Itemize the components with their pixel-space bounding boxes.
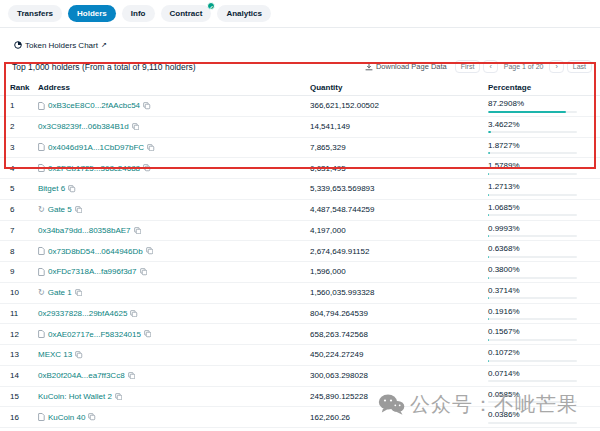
row-percentage-cell: 1.2713%: [488, 182, 600, 196]
copy-address-icon[interactable]: [75, 289, 83, 297]
copy-address-icon[interactable]: [134, 227, 142, 235]
copy-address-icon[interactable]: [132, 123, 140, 131]
percentage-progress-bar: [488, 297, 577, 299]
copy-address-icon[interactable]: [130, 310, 138, 318]
download-label: Download Page Data: [376, 62, 447, 71]
row-percentage: 0.0714%: [488, 369, 577, 378]
row-rank: 4: [10, 164, 38, 173]
copy-address-icon[interactable]: [128, 372, 136, 380]
row-rank: 10: [10, 288, 38, 297]
percentage-progress-bar: [488, 131, 577, 133]
tab-info[interactable]: Info: [122, 5, 155, 22]
contract-file-icon: [38, 413, 45, 421]
row-percentage-cell: 0.3714%: [488, 286, 600, 300]
percentage-progress-fill: [488, 173, 489, 175]
tab-analytics[interactable]: Analytics: [217, 5, 271, 22]
address-link[interactable]: Bitget 6: [38, 184, 65, 193]
address-link[interactable]: 0xFDc7318A...fa996f3d7: [48, 267, 137, 276]
pagination-first-button[interactable]: First: [455, 60, 481, 73]
pagination-prev-button[interactable]: ‹: [483, 60, 497, 73]
copy-address-icon[interactable]: [115, 393, 123, 401]
wechat-icon: [378, 393, 405, 416]
address-link[interactable]: 0x34ba79dd...80358bAE7: [38, 226, 131, 235]
row-quantity: 300,063.298028: [310, 371, 488, 380]
copy-address-icon[interactable]: [143, 164, 151, 172]
address-link[interactable]: 0xB3ceE8C0...2fAAcbc54: [48, 101, 140, 110]
download-page-data-button[interactable]: Download Page Data: [365, 62, 447, 71]
row-address-cell: MEXC 13: [38, 350, 310, 359]
row-percentage: 0.9993%: [488, 224, 577, 233]
address-link[interactable]: Gate 1: [48, 288, 72, 297]
tab-contract[interactable]: Contract✓: [161, 5, 212, 22]
pagination-page-indicator: Page 1 of 20: [501, 61, 547, 72]
contract-file-icon: [38, 330, 45, 338]
download-icon: [365, 63, 373, 71]
address-link[interactable]: MEXC 13: [38, 350, 72, 359]
copy-address-icon[interactable]: [140, 268, 148, 276]
tab-transfers[interactable]: Transfers: [8, 5, 62, 22]
row-address-cell: 0x2FCb1725...368c24688: [38, 164, 310, 173]
row-address-cell: 0xAE02717e...F58324015: [38, 330, 310, 339]
copy-address-icon[interactable]: [88, 413, 96, 421]
address-link[interactable]: 0x2FCb1725...368c24688: [48, 164, 140, 173]
address-link[interactable]: 0x3C98239f...06b384B1d: [38, 122, 129, 131]
row-address-cell: 0xFDc7318A...fa996f3d7: [38, 267, 310, 276]
row-percentage-cell: 1.8727%: [488, 141, 600, 155]
address-link[interactable]: 0xB20f204A...ea7ff3Cc8: [38, 371, 125, 380]
percentage-progress-bar: [488, 214, 577, 216]
contract-file-icon: [38, 143, 45, 151]
table-row: 40x2FCb1725...368c246886,631,4951.5789%: [0, 158, 600, 179]
subheader: Token Holders Chart ↗: [0, 28, 600, 55]
pagination-last-button[interactable]: Last: [567, 60, 592, 73]
contract-file-icon: [38, 268, 45, 276]
row-rank: 7: [10, 226, 38, 235]
external-link-icon: ↗: [101, 41, 107, 49]
table-row: 140xB20f204A...ea7ff3Cc8300,063.2980280.…: [0, 366, 600, 387]
token-holders-chart-link[interactable]: Token Holders Chart ↗: [14, 41, 107, 50]
copy-address-icon[interactable]: [68, 185, 76, 193]
address-link[interactable]: KuCoin: Hot Wallet 2: [38, 392, 112, 401]
row-address-cell: 0xB3ceE8C0...2fAAcbc54: [38, 101, 310, 110]
table-row: 5Bitget 65,339,653.5698931.2713%: [0, 179, 600, 200]
percentage-progress-bar: [488, 173, 577, 175]
copy-address-icon[interactable]: [146, 247, 154, 255]
column-header-address: Address: [38, 83, 310, 92]
row-percentage-cell: 0.9993%: [488, 224, 600, 238]
row-rank: 11: [10, 309, 38, 318]
address-link[interactable]: 0xAE02717e...F58324015: [48, 330, 141, 339]
address-link[interactable]: 0x4046d91A...1CbD97bFC: [48, 143, 144, 152]
copy-address-icon[interactable]: [144, 330, 152, 338]
row-percentage-cell: 0.1916%: [488, 307, 600, 321]
row-percentage-cell: 1.5789%: [488, 161, 600, 175]
address-link[interactable]: 0x29337828...29bfA4625: [38, 309, 127, 318]
address-link[interactable]: Gate 5: [48, 205, 72, 214]
row-quantity: 2,674,649.91152: [310, 247, 488, 256]
contract-file-icon: [38, 247, 45, 255]
controls-row: Top 1,000 holders (From a total of 9,110…: [0, 55, 600, 79]
percentage-progress-bar: [488, 318, 577, 320]
copy-address-icon[interactable]: [143, 102, 151, 110]
exchange-icon: ↻: [38, 289, 45, 297]
row-quantity: 450,224.27249: [310, 350, 488, 359]
percentage-progress-fill: [488, 131, 491, 133]
row-quantity: 1,596,000: [310, 267, 488, 276]
pagination-next-button[interactable]: ›: [549, 60, 563, 73]
address-link[interactable]: 0x73D8bD54...0644946Db: [48, 247, 143, 256]
row-rank: 15: [10, 392, 38, 401]
row-address-cell: 0x73D8bD54...0644946Db: [38, 247, 310, 256]
row-rank: 16: [10, 413, 38, 422]
copy-address-icon[interactable]: [75, 351, 83, 359]
row-percentage-cell: 0.3800%: [488, 265, 600, 279]
percentage-progress-fill: [488, 256, 489, 258]
address-link[interactable]: KuCoin 40: [48, 413, 85, 422]
row-address-cell: Bitget 6: [38, 184, 310, 193]
column-header-quantity: Quantity: [310, 83, 488, 92]
row-address-cell: KuCoin 40: [38, 413, 310, 422]
copy-address-icon[interactable]: [75, 206, 83, 214]
percentage-progress-fill: [488, 214, 489, 216]
copy-address-icon[interactable]: [147, 144, 155, 152]
row-percentage: 3.4622%: [488, 120, 577, 129]
row-percentage-cell: 3.4622%: [488, 120, 600, 134]
tab-holders[interactable]: Holders: [68, 5, 116, 22]
row-address-cell: ↻Gate 1: [38, 288, 310, 297]
